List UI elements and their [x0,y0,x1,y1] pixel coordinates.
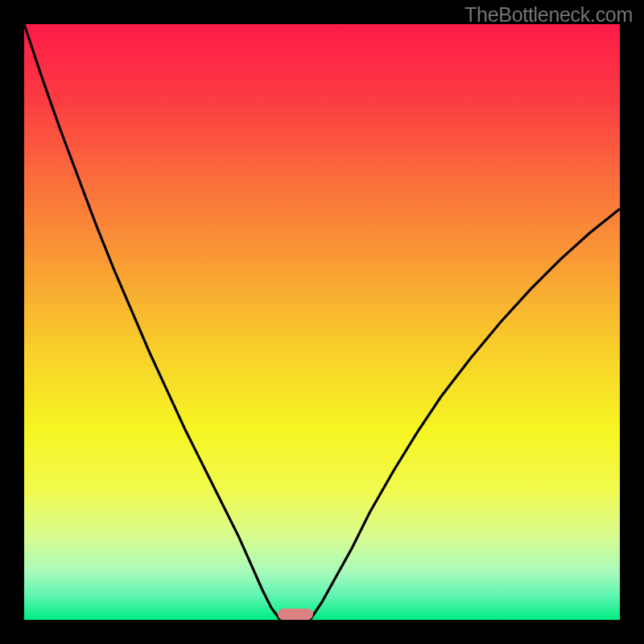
minimum-marker [278,609,313,620]
left-curve [24,24,280,620]
chart-curves [24,24,620,620]
right-curve [310,208,620,620]
plot-area [24,24,620,620]
watermark-text: TheBottleneck.com [464,3,633,27]
chart-container: TheBottleneck.com [0,0,644,644]
